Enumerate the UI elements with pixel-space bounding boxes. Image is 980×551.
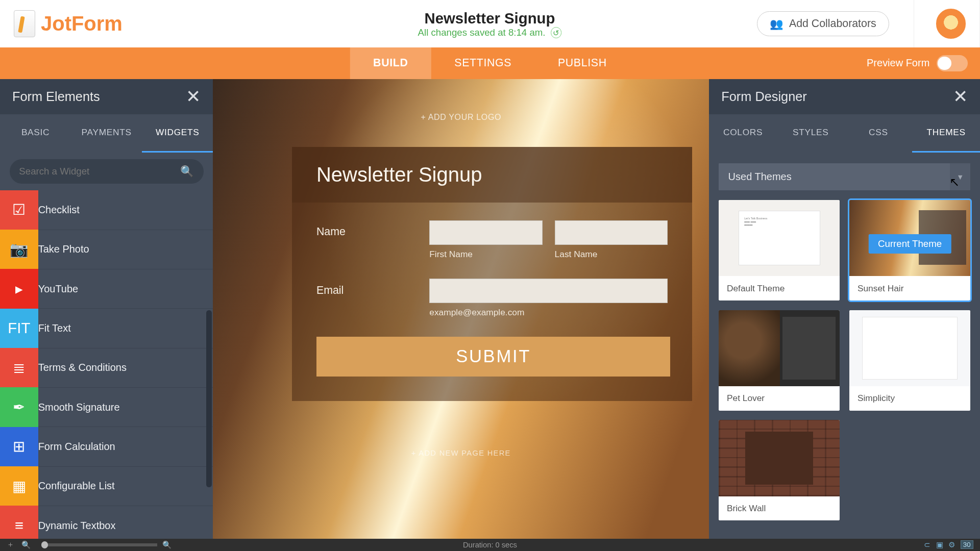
zoom-slider[interactable]	[41, 543, 157, 546]
add-logo-button[interactable]: + ADD YOUR LOGO	[421, 113, 501, 122]
widget-item[interactable]: ▸YouTube	[0, 269, 213, 309]
add-collaborators-button[interactable]: 👥 Add Collaborators	[757, 11, 889, 36]
tab-basic[interactable]: BASIC	[0, 114, 71, 153]
loop-icon[interactable]: ⊂	[924, 540, 930, 549]
current-theme-badge: Current Theme	[868, 234, 951, 254]
widget-label: Checklist	[38, 204, 80, 216]
zoom-out-icon[interactable]: 🔍	[21, 540, 31, 549]
widget-item[interactable]: ☑Checklist	[0, 190, 213, 230]
first-name-sublabel: First Name	[429, 249, 542, 260]
status-bar: ＋ 🔍 🔍 Duration: 0 secs ⊂ ▣ ⚙ 30	[0, 539, 980, 551]
divider	[914, 0, 914, 47]
brand-logo[interactable]: JotForm	[14, 10, 122, 37]
widget-item[interactable]: FITFit Text	[0, 309, 213, 348]
scrollbar[interactable]	[206, 310, 212, 487]
email-input[interactable]	[429, 279, 668, 303]
preview-toggle[interactable]	[937, 55, 968, 71]
widget-icon: ⊞	[0, 427, 38, 466]
theme-pet-lover[interactable]: Pet Lover	[719, 310, 840, 411]
widget-icon: ▸	[0, 269, 38, 308]
widget-label: Configurable List	[38, 480, 115, 492]
widget-icon: FIT	[0, 309, 38, 348]
tab-styles[interactable]: STYLES	[777, 114, 845, 153]
widget-label: Terms & Conditions	[38, 362, 127, 373]
widget-label: Form Calculation	[38, 441, 115, 453]
widget-label: Dynamic Textbox	[38, 520, 116, 532]
widget-label: Fit Text	[38, 322, 71, 334]
widget-label: Take Photo	[38, 243, 89, 255]
theme-simplicity[interactable]: Simplicity	[849, 310, 970, 411]
duration-label: Duration: 0 secs	[463, 541, 517, 549]
pencil-icon	[14, 10, 36, 37]
undo-icon[interactable]: ↺	[551, 27, 561, 38]
widget-icon: ☑	[0, 190, 38, 230]
widget-item[interactable]: ⊞Form Calculation	[0, 427, 213, 466]
image-icon[interactable]: ▣	[936, 540, 943, 549]
widget-item[interactable]: 📷Take Photo	[0, 230, 213, 269]
submit-button[interactable]: SUBMIT	[316, 337, 670, 376]
avatar[interactable]	[936, 9, 966, 39]
widget-item[interactable]: ▦Configurable List	[0, 467, 213, 506]
close-icon[interactable]: ✕	[953, 86, 968, 107]
theme-sunset-hair[interactable]: Current Theme Sunset Hair	[849, 200, 970, 300]
save-status: All changes saved at 8:14 am. ↺	[418, 27, 562, 38]
widget-item[interactable]: ✒Smooth Signature	[0, 388, 213, 427]
add-page-button[interactable]: + ADD NEW PAGE HERE	[411, 449, 511, 457]
widget-label: Smooth Signature	[38, 402, 120, 413]
widget-icon: ≣	[0, 348, 38, 387]
name-label: Name	[316, 220, 419, 239]
widget-icon: 📷	[0, 230, 38, 269]
chevron-down-icon: ▼	[950, 163, 970, 190]
right-panel-title: Form Designer	[721, 89, 807, 104]
first-name-input[interactable]	[429, 220, 542, 245]
brand-name: JotForm	[41, 12, 122, 35]
tab-colors[interactable]: COLORS	[709, 114, 777, 153]
zoom-in-icon[interactable]: 🔍	[162, 540, 172, 549]
tab-css[interactable]: CSS	[845, 114, 913, 153]
settings-icon[interactable]: ⚙	[948, 540, 955, 549]
widget-label: YouTube	[38, 283, 79, 295]
page-title: Newsletter Signup	[418, 10, 562, 27]
widget-item[interactable]: ≣Terms & Conditions	[0, 348, 213, 388]
form-canvas[interactable]: + ADD YOUR LOGO Newsletter Signup Name F…	[213, 79, 709, 551]
tab-settings[interactable]: SETTINGS	[431, 47, 535, 79]
frame-count: 30	[961, 540, 973, 549]
theme-default[interactable]: Let's Talk Business▬▬ ▬▬▬▬▬ Default Them…	[719, 200, 840, 300]
last-name-sublabel: Last Name	[555, 249, 668, 260]
preview-label: Preview Form	[867, 57, 929, 69]
theme-brick-wall[interactable]: Brick Wall	[719, 420, 840, 520]
used-themes-dropdown[interactable]: Used Themes ▼	[719, 163, 970, 190]
tab-themes[interactable]: THEMES	[912, 114, 980, 153]
search-input[interactable]	[19, 166, 180, 177]
tab-widgets[interactable]: WIDGETS	[142, 114, 213, 153]
tab-payments[interactable]: PAYMENTS	[71, 114, 142, 153]
widget-icon: ▦	[0, 466, 38, 506]
email-label: Email	[316, 279, 419, 297]
tab-build[interactable]: BUILD	[350, 47, 431, 79]
left-panel-title: Form Elements	[12, 89, 100, 104]
form-heading[interactable]: Newsletter Signup	[316, 163, 668, 186]
widget-icon: ✒	[0, 387, 38, 427]
email-hint: example@example.com	[429, 307, 668, 318]
last-name-input[interactable]	[555, 220, 668, 245]
tab-publish[interactable]: PUBLISH	[535, 47, 630, 79]
plus-icon[interactable]: ＋	[7, 540, 14, 549]
widget-search[interactable]: 🔍	[10, 159, 204, 184]
search-icon: 🔍	[180, 165, 194, 178]
close-icon[interactable]: ✕	[186, 86, 201, 107]
people-icon: 👥	[770, 17, 783, 31]
